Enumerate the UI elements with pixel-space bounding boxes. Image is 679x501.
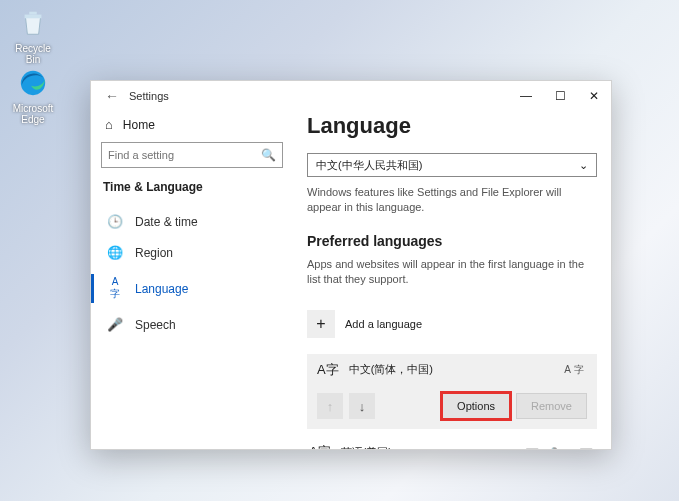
settings-window: ← Settings — ☐ ✕ ⌂ Home 🔍 Time & Languag…	[90, 80, 612, 450]
language-name: 中文(简体，中国)	[349, 362, 433, 377]
add-language-button[interactable]: + Add a language	[307, 304, 597, 344]
remove-button: Remove	[516, 393, 587, 419]
chevron-down-icon: ⌄	[579, 159, 588, 172]
sidebar: ⌂ Home 🔍 Time & Language 🕒 Date & time 🌐…	[91, 111, 293, 449]
language-glyph-icon: A字	[317, 363, 339, 376]
edge-icon	[16, 66, 50, 100]
nav-label: Speech	[135, 318, 176, 332]
minimize-button[interactable]: —	[509, 81, 543, 111]
language-features-icons: ⌨ 🎤 ✎ ⌨	[525, 447, 595, 449]
titlebar: ← Settings — ☐ ✕	[91, 81, 611, 111]
home-nav[interactable]: ⌂ Home	[101, 111, 283, 142]
add-language-label: Add a language	[345, 318, 422, 330]
main-panel: Language 中文(中华人民共和国) ⌄ Windows features …	[293, 111, 611, 449]
nav-label: Region	[135, 246, 173, 260]
back-button[interactable]: ←	[101, 88, 123, 104]
clock-icon: 🕒	[107, 214, 123, 229]
language-features-icons: A字	[564, 363, 587, 377]
display-language-helper: Windows features like Settings and File …	[307, 185, 587, 215]
desktop-icon-label: Microsoft Edge	[8, 103, 58, 125]
desktop-icon-label: Recycle Bin	[8, 43, 58, 65]
section-heading: Time & Language	[101, 180, 283, 194]
page-heading: Language	[307, 113, 597, 139]
mic-icon: 🎤	[107, 317, 123, 332]
move-down-button[interactable]: ↓	[349, 393, 375, 419]
search-icon: 🔍	[261, 148, 276, 162]
window-controls: — ☐ ✕	[509, 81, 611, 111]
nav-date-time[interactable]: 🕒 Date & time	[101, 206, 283, 237]
search-input[interactable]	[108, 149, 261, 161]
nav-region[interactable]: 🌐 Region	[101, 237, 283, 268]
language-card-selected[interactable]: A字 中文(简体，中国) A字 ↑ ↓ Options Remove	[307, 354, 597, 429]
language-name: 英语(美国)	[341, 445, 392, 449]
preferred-languages-heading: Preferred languages	[307, 233, 597, 249]
language-icon: A字	[107, 276, 123, 301]
maximize-button[interactable]: ☐	[543, 81, 577, 111]
nav-label: Date & time	[135, 215, 198, 229]
nav-language[interactable]: A字 Language	[101, 268, 283, 309]
search-box[interactable]: 🔍	[101, 142, 283, 168]
language-glyph-icon: A字	[309, 443, 331, 449]
options-button[interactable]: Options	[442, 393, 510, 419]
display-language-dropdown[interactable]: 中文(中华人民共和国) ⌄	[307, 153, 597, 177]
desktop-icon-edge[interactable]: Microsoft Edge	[8, 66, 58, 125]
nav-speech[interactable]: 🎤 Speech	[101, 309, 283, 340]
nav-label: Language	[135, 282, 188, 296]
globe-icon: 🌐	[107, 245, 123, 260]
language-card[interactable]: A字 英语(美国) ⌨ 🎤 ✎ ⌨	[307, 437, 597, 449]
window-title: Settings	[129, 90, 169, 102]
recycle-bin-icon	[16, 6, 50, 40]
home-icon: ⌂	[105, 117, 113, 132]
move-up-button[interactable]: ↑	[317, 393, 343, 419]
plus-icon: +	[307, 310, 335, 338]
close-button[interactable]: ✕	[577, 81, 611, 111]
preferred-languages-helper: Apps and websites will appear in the fir…	[307, 257, 587, 287]
desktop-icon-recycle-bin[interactable]: Recycle Bin	[8, 6, 58, 65]
dropdown-value: 中文(中华人民共和国)	[316, 158, 422, 173]
home-label: Home	[123, 118, 155, 132]
svg-rect-0	[29, 12, 37, 15]
